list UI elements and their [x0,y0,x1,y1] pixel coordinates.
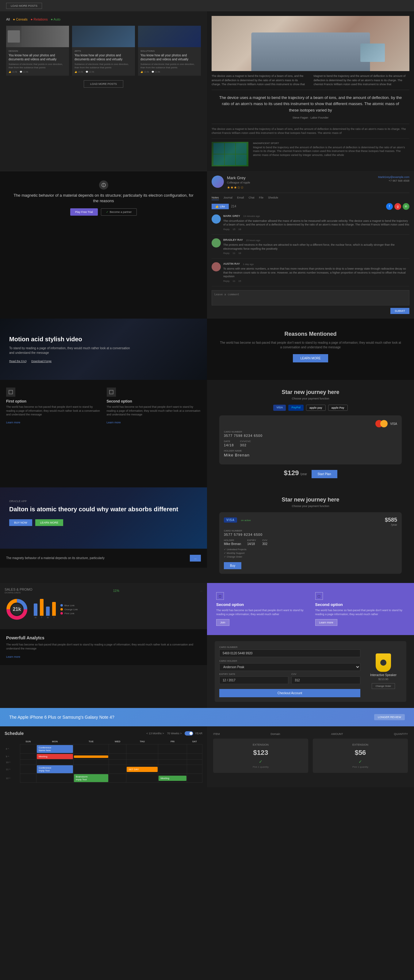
comment-name-2: BRADLEY RAY [223,238,243,242]
blue-banner-badge[interactable]: LONGER REVIEW [374,714,405,720]
laptop-article-section: The device uses a magnet to bend the tra… [207,11,414,171]
comment-actions-3: Reply 11 15 [223,280,409,282]
purple-title-1: Second option [216,602,306,607]
interactive-speaker-section: Interactive Speaker $213.90 Change Order [365,649,402,697]
checkout-cvv-input[interactable] [291,676,360,684]
option-2-link[interactable]: Learn more [107,421,121,424]
checkout-card-number-input[interactable] [219,649,360,657]
load-more-cards-button[interactable]: LOAD MORE POSTS [84,80,123,88]
event-meeting-2[interactable]: Meeting [158,776,186,781]
blog-card-3[interactable]: SOLUTIONS You know how all your photos a… [138,26,201,76]
payment-visa[interactable]: VISA [273,405,286,411]
profile-tabs: Notes Journal Email Chat File Shedule [212,196,409,200]
journey-2-buy-btn[interactable]: Buy [224,562,241,569]
checkout-expiry-cvv-row: EXPIRY DATE CVV [219,673,360,687]
comment-textarea[interactable] [212,290,409,305]
like-btn-1[interactable]: 15 [232,228,235,231]
read-faq-link[interactable]: Read the FAQ [9,360,27,363]
start-plan-btn[interactable]: Start Plan [312,470,337,478]
dislike-btn-2[interactable]: 18 [238,252,241,255]
filter-auto[interactable]: ● Auto [51,18,61,21]
tab-journal[interactable]: Journal [224,196,233,200]
checkout-expiry-input[interactable] [219,676,288,684]
profile-name: Mark Grey [227,175,250,180]
reasons-section: Reasons Mentioned The world has become s… [207,318,414,380]
comment-1: MARK GREY 13 minutes ago The circumfusio… [212,215,409,235]
reply-btn-1[interactable]: Reply [223,228,229,231]
schedule-toggle[interactable]: YEAR [185,731,202,735]
blue-banner-text: The Apple iPhone 6 Plus or Samsung's Gal… [9,715,114,720]
powerful-learn-link[interactable]: Learn more [6,655,20,658]
share-icon-red[interactable]: g [394,203,401,210]
article-para-right: Magnet to bend the trajectory and the am… [314,74,410,87]
event-set-day[interactable]: SET DAY [127,767,158,772]
option-1-title: First option [6,399,101,404]
pricing-col-1-label: EXTENSION [218,743,304,746]
day-sun: SUN [20,739,36,745]
blog-card-1[interactable]: DESIGN You know how all your photos and … [6,26,69,76]
share-icon-blue[interactable]: f [386,203,393,210]
dalton-learn-btn[interactable]: LEARN MORE [35,519,64,526]
play-free-trial-btn[interactable]: Play Free Trial [70,208,98,216]
day-sat: SAT [187,739,202,745]
schedule-body: 8 ^ ConferenceName here 9 ^ [5,745,202,783]
dalton-buy-btn[interactable]: BUY NOW [9,519,32,526]
filter-all[interactable]: All [6,18,10,21]
event-meeting[interactable]: Meeting [37,754,73,759]
like-btn-3[interactable]: 11 [232,280,235,282]
purple-btn-1[interactable]: Join [216,619,229,626]
event-conference-2[interactable]: ConferenceImply Tool [37,765,73,773]
analytics-menu[interactable]: ··· [200,589,202,592]
like-btn-2[interactable]: 11 [232,252,235,255]
motion-content: Motion acid stylish video To stand by re… [9,336,198,363]
purple-desc-2: The world has become so fast-paced that … [315,608,405,616]
filter-relations[interactable]: ● Relations [31,18,48,21]
like-button[interactable]: 👍 Like [212,204,229,209]
schedule-weeks[interactable]: 70 Weeks > [167,732,182,735]
event-conference[interactable]: ConferenceName here [37,745,73,753]
load-more-top-button[interactable]: LOAD MORE POSTS [6,3,42,9]
reasons-learn-btn[interactable]: LEARN MORE [293,354,328,363]
dislike-btn-3[interactable]: 15 [238,280,241,282]
comment-text-2: The protons and neutrons in the nucleus … [223,243,409,251]
share-icon-green[interactable]: in [403,203,409,210]
option-1-link[interactable]: Learn more [6,421,20,424]
section-magnetic-profile: The magnetic behavior of a material depe… [0,171,414,318]
dislike-btn-1[interactable]: 18 [238,228,241,231]
checkout-holder-select[interactable]: Anderson Peak [219,663,360,671]
submit-comment-btn[interactable]: SUBMIT [390,308,409,314]
tab-email[interactable]: Email [237,196,244,200]
reply-btn-3[interactable]: Reply [223,280,229,282]
download-forge-link[interactable]: Download Forge [31,360,51,363]
day-fri: FRI [158,739,187,745]
tab-file[interactable]: File [259,196,264,200]
tab-schedule[interactable]: Shedule [268,196,278,200]
purple-btn-2[interactable]: Learn more [315,619,337,626]
schedule-months[interactable]: < 13 Months > [146,732,164,735]
tab-notes[interactable]: Notes [212,196,219,200]
cards-grid: DESIGN You know how all your photos and … [6,26,201,76]
schedule-controls: < 13 Months > 70 Weeks > YEAR [146,731,202,735]
reply-btn-2[interactable]: Reply [223,252,229,255]
magnetic-icon [99,180,108,189]
star-journey-2-title: Star new journey here [219,496,402,503]
event-brainstorm[interactable]: BrainstormImply Tool [74,774,108,782]
expiry-value: 14/18 [224,443,234,447]
change-order-btn[interactable]: Change Order [372,683,395,689]
magnetic-action-btn[interactable]: ... [190,555,201,562]
payment-paypal[interactable]: PayPal [288,405,304,411]
blog-card-2[interactable]: ARTS You know how all your photos and do… [72,26,135,76]
event-orange-1[interactable] [74,756,108,758]
pricing-col-2-label: EXTENSION [317,743,403,746]
legend-1: Blue Link [61,604,78,607]
expiry-row: DATE 14/18 [224,440,234,447]
become-partner-btn[interactable]: ✓ Become a partner [101,208,137,216]
blue-banner: The Apple iPhone 6 Plus or Samsung's Gal… [0,708,414,726]
payment-applepay2[interactable]: apple Pay [328,405,348,411]
filter-cereals[interactable]: ● Cereals [13,18,27,21]
profile-email[interactable]: MarkGrey@example.com [378,175,409,178]
pricing-cvv: 302 [262,542,267,546]
checkout-submit-btn[interactable]: Checkout Account [219,689,360,697]
payment-applepay[interactable]: apple pay [306,405,326,411]
tab-chat[interactable]: Chat [249,196,254,200]
